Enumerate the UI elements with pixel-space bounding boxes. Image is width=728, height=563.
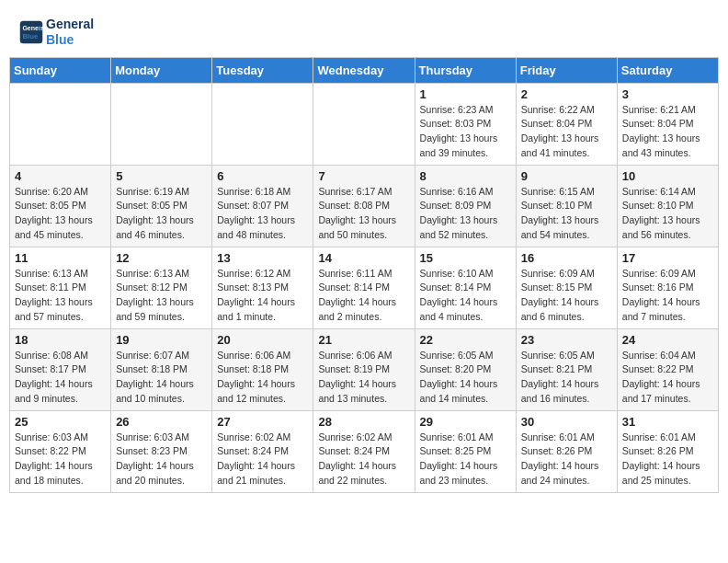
logo: General Blue General Blue: [18, 17, 94, 48]
day-cell-18: 18Sunrise: 6:08 AMSunset: 8:17 PMDayligh…: [10, 328, 111, 410]
logo-icon: General Blue: [18, 19, 44, 45]
day-number: 2: [521, 87, 612, 101]
day-cell-3: 3Sunrise: 6:21 AMSunset: 8:04 PMDaylight…: [617, 83, 718, 165]
day-number: 7: [318, 169, 409, 183]
day-cell-27: 27Sunrise: 6:02 AMSunset: 8:24 PMDayligh…: [212, 410, 313, 492]
week-row-2: 4Sunrise: 6:20 AMSunset: 8:05 PMDaylight…: [10, 165, 719, 247]
day-cell-11: 11Sunrise: 6:13 AMSunset: 8:11 PMDayligh…: [10, 247, 111, 328]
day-info: Sunrise: 6:10 AMSunset: 8:14 PMDaylight:…: [420, 267, 511, 325]
day-number: 23: [521, 333, 612, 347]
day-info: Sunrise: 6:02 AMSunset: 8:24 PMDaylight:…: [318, 431, 409, 488]
week-row-5: 25Sunrise: 6:03 AMSunset: 8:22 PMDayligh…: [10, 410, 719, 492]
day-cell-29: 29Sunrise: 6:01 AMSunset: 8:25 PMDayligh…: [415, 410, 516, 492]
day-cell-12: 12Sunrise: 6:13 AMSunset: 8:12 PMDayligh…: [111, 247, 212, 328]
day-cell-23: 23Sunrise: 6:05 AMSunset: 8:21 PMDayligh…: [516, 328, 617, 410]
day-number: 17: [622, 251, 713, 265]
day-info: Sunrise: 6:13 AMSunset: 8:11 PMDaylight:…: [15, 267, 106, 325]
day-number: 12: [116, 251, 207, 265]
day-cell-10: 10Sunrise: 6:14 AMSunset: 8:10 PMDayligh…: [617, 165, 718, 247]
day-info: Sunrise: 6:02 AMSunset: 8:24 PMDaylight:…: [217, 431, 308, 488]
day-info: Sunrise: 6:14 AMSunset: 8:10 PMDaylight:…: [622, 185, 713, 243]
day-number: 22: [420, 333, 511, 347]
day-info: Sunrise: 6:09 AMSunset: 8:16 PMDaylight:…: [622, 267, 713, 325]
day-number: 30: [521, 415, 612, 429]
day-number: 3: [622, 87, 713, 101]
day-number: 18: [15, 333, 106, 347]
svg-text:Blue: Blue: [22, 32, 39, 40]
day-number: 20: [217, 333, 308, 347]
week-row-3: 11Sunrise: 6:13 AMSunset: 8:11 PMDayligh…: [10, 247, 719, 328]
day-cell-28: 28Sunrise: 6:02 AMSunset: 8:24 PMDayligh…: [313, 410, 415, 492]
day-number: 28: [318, 415, 409, 429]
day-cell-30: 30Sunrise: 6:01 AMSunset: 8:26 PMDayligh…: [516, 410, 617, 492]
day-info: Sunrise: 6:01 AMSunset: 8:26 PMDaylight:…: [521, 431, 612, 488]
day-number: 21: [318, 333, 409, 347]
weekday-header-row: SundayMondayTuesdayWednesdayThursdayFrid…: [10, 57, 719, 83]
day-number: 11: [15, 251, 106, 265]
weekday-header-wednesday: Wednesday: [313, 57, 415, 83]
weekday-header-friday: Friday: [516, 57, 617, 83]
day-info: Sunrise: 6:09 AMSunset: 8:15 PMDaylight:…: [521, 267, 612, 325]
day-cell-22: 22Sunrise: 6:05 AMSunset: 8:20 PMDayligh…: [415, 328, 516, 410]
weekday-header-thursday: Thursday: [415, 57, 516, 83]
day-info: Sunrise: 6:12 AMSunset: 8:13 PMDaylight:…: [217, 267, 308, 325]
day-info: Sunrise: 6:18 AMSunset: 8:07 PMDaylight:…: [217, 185, 308, 243]
day-cell-19: 19Sunrise: 6:07 AMSunset: 8:18 PMDayligh…: [111, 328, 212, 410]
day-cell-8: 8Sunrise: 6:16 AMSunset: 8:09 PMDaylight…: [415, 165, 516, 247]
day-cell-14: 14Sunrise: 6:11 AMSunset: 8:14 PMDayligh…: [313, 247, 415, 328]
day-cell-5: 5Sunrise: 6:19 AMSunset: 8:05 PMDaylight…: [111, 165, 212, 247]
empty-cell: [111, 83, 212, 165]
day-number: 13: [217, 251, 308, 265]
day-info: Sunrise: 6:16 AMSunset: 8:09 PMDaylight:…: [420, 185, 511, 243]
day-number: 15: [420, 251, 511, 265]
day-info: Sunrise: 6:13 AMSunset: 8:12 PMDaylight:…: [116, 267, 207, 325]
day-cell-21: 21Sunrise: 6:06 AMSunset: 8:19 PMDayligh…: [313, 328, 415, 410]
day-info: Sunrise: 6:15 AMSunset: 8:10 PMDaylight:…: [521, 185, 612, 243]
day-number: 9: [521, 169, 612, 183]
day-info: Sunrise: 6:11 AMSunset: 8:14 PMDaylight:…: [318, 267, 409, 325]
weekday-header-saturday: Saturday: [617, 57, 718, 83]
day-info: Sunrise: 6:21 AMSunset: 8:04 PMDaylight:…: [622, 103, 713, 161]
day-number: 27: [217, 415, 308, 429]
day-number: 6: [217, 169, 308, 183]
day-info: Sunrise: 6:07 AMSunset: 8:18 PMDaylight:…: [116, 349, 207, 407]
header: General Blue General Blue: [9, 9, 719, 53]
day-cell-24: 24Sunrise: 6:04 AMSunset: 8:22 PMDayligh…: [617, 328, 718, 410]
day-cell-7: 7Sunrise: 6:17 AMSunset: 8:08 PMDaylight…: [313, 165, 415, 247]
weekday-header-tuesday: Tuesday: [212, 57, 313, 83]
weekday-header-sunday: Sunday: [10, 57, 111, 83]
week-row-1: 1Sunrise: 6:23 AMSunset: 8:03 PMDaylight…: [10, 83, 719, 165]
day-number: 24: [622, 333, 713, 347]
day-info: Sunrise: 6:22 AMSunset: 8:04 PMDaylight:…: [521, 103, 612, 161]
day-cell-4: 4Sunrise: 6:20 AMSunset: 8:05 PMDaylight…: [10, 165, 111, 247]
day-cell-26: 26Sunrise: 6:03 AMSunset: 8:23 PMDayligh…: [111, 410, 212, 492]
day-number: 4: [15, 169, 106, 183]
day-cell-25: 25Sunrise: 6:03 AMSunset: 8:22 PMDayligh…: [10, 410, 111, 492]
day-number: 14: [318, 251, 409, 265]
day-info: Sunrise: 6:17 AMSunset: 8:08 PMDaylight:…: [318, 185, 409, 243]
day-cell-16: 16Sunrise: 6:09 AMSunset: 8:15 PMDayligh…: [516, 247, 617, 328]
empty-cell: [212, 83, 313, 165]
calendar-table: SundayMondayTuesdayWednesdayThursdayFrid…: [9, 57, 719, 493]
day-info: Sunrise: 6:06 AMSunset: 8:19 PMDaylight:…: [318, 349, 409, 407]
day-cell-13: 13Sunrise: 6:12 AMSunset: 8:13 PMDayligh…: [212, 247, 313, 328]
day-cell-2: 2Sunrise: 6:22 AMSunset: 8:04 PMDaylight…: [516, 83, 617, 165]
day-cell-15: 15Sunrise: 6:10 AMSunset: 8:14 PMDayligh…: [415, 247, 516, 328]
day-info: Sunrise: 6:06 AMSunset: 8:18 PMDaylight:…: [217, 349, 308, 407]
day-number: 29: [420, 415, 511, 429]
day-info: Sunrise: 6:01 AMSunset: 8:25 PMDaylight:…: [420, 431, 511, 488]
day-info: Sunrise: 6:08 AMSunset: 8:17 PMDaylight:…: [15, 349, 106, 407]
day-number: 10: [622, 169, 713, 183]
day-info: Sunrise: 6:05 AMSunset: 8:21 PMDaylight:…: [521, 349, 612, 407]
day-number: 8: [420, 169, 511, 183]
day-cell-31: 31Sunrise: 6:01 AMSunset: 8:26 PMDayligh…: [617, 410, 718, 492]
logo-text: General Blue: [46, 17, 94, 48]
day-info: Sunrise: 6:03 AMSunset: 8:22 PMDaylight:…: [15, 431, 106, 488]
day-info: Sunrise: 6:05 AMSunset: 8:20 PMDaylight:…: [420, 349, 511, 407]
day-number: 5: [116, 169, 207, 183]
day-number: 26: [116, 415, 207, 429]
day-number: 31: [622, 415, 713, 429]
day-info: Sunrise: 6:19 AMSunset: 8:05 PMDaylight:…: [116, 185, 207, 243]
day-cell-9: 9Sunrise: 6:15 AMSunset: 8:10 PMDaylight…: [516, 165, 617, 247]
day-info: Sunrise: 6:04 AMSunset: 8:22 PMDaylight:…: [622, 349, 713, 407]
